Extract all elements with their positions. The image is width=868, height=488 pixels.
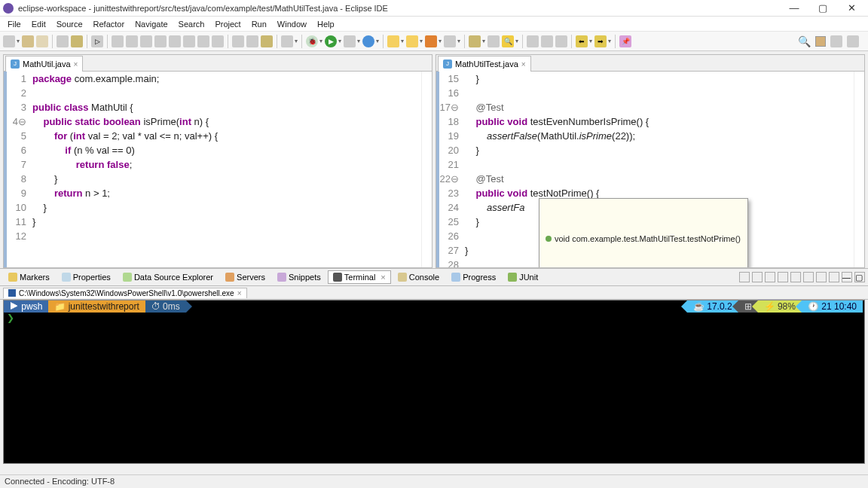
resume-button[interactable] (112, 35, 124, 47)
new-java-class-button[interactable] (387, 35, 399, 47)
junit-icon (508, 273, 517, 282)
tb-btn[interactable] (444, 35, 456, 47)
view-markers[interactable]: Markers (3, 270, 55, 284)
tb-btn[interactable] (281, 35, 293, 47)
close-icon[interactable]: × (521, 60, 526, 69)
drop-frame-button[interactable] (212, 35, 224, 47)
perspective-button[interactable] (815, 36, 826, 47)
snippets-icon (277, 273, 286, 282)
menu-search[interactable]: Search (174, 18, 209, 30)
back-button[interactable]: ⬅ (576, 35, 588, 47)
code-area-left[interactable]: 1234⊖56789101112 package com.example.mai… (4, 72, 432, 267)
tb-btn[interactable] (232, 35, 244, 47)
pin-editor-button[interactable]: 📌 (619, 35, 631, 47)
menu-edit[interactable]: Edit (27, 18, 50, 30)
view-toolbar-btn[interactable] (790, 272, 801, 282)
prompt-seg-time: ⏱ 0ms (145, 300, 186, 313)
menu-project[interactable]: Project (210, 18, 245, 30)
editor-tab-mathutil[interactable]: J MathUtil.java × (5, 56, 83, 72)
menu-window[interactable]: Window (273, 18, 311, 30)
menu-help[interactable]: Help (313, 18, 339, 30)
prompt-seg-shell: ⯈ pwsh (4, 300, 48, 313)
view-servers[interactable]: Servers (220, 270, 270, 284)
tb-btn[interactable] (71, 35, 83, 47)
view-terminal[interactable]: Terminal× (328, 270, 391, 284)
run-button[interactable]: ▶ (325, 35, 337, 47)
tab-label: MathUtilTest.java (455, 59, 518, 69)
search-button[interactable]: 🔍 (502, 35, 514, 47)
progress-icon (451, 273, 460, 282)
view-toolbar-btn[interactable] (829, 272, 839, 282)
new-button[interactable] (3, 35, 15, 47)
close-icon[interactable]: × (74, 60, 78, 69)
quick-access-icon[interactable]: 🔍 (798, 35, 811, 47)
editor-left: J MathUtil.java × 1234⊖56789101112 packa… (3, 54, 432, 268)
tb-btn[interactable] (555, 35, 567, 47)
menu-run[interactable]: Run (247, 18, 271, 30)
new-java-package-button[interactable] (406, 35, 418, 47)
view-toolbar-btn[interactable] (803, 272, 814, 282)
tb-btn[interactable] (246, 35, 258, 47)
window-title: eclipse-workspace - junittestwithreport/… (18, 4, 787, 13)
tb-btn[interactable] (425, 35, 437, 47)
terminal-tab[interactable]: C:\Windows\System32\WindowsPowerShell\v1… (3, 288, 247, 298)
menu-source[interactable]: Source (52, 18, 87, 30)
view-toolbar-btn[interactable] (765, 272, 775, 282)
open-type-button[interactable] (261, 35, 273, 47)
menu-refactor[interactable]: Refactor (89, 18, 130, 30)
tb-btn[interactable] (541, 35, 553, 47)
step-into-button[interactable] (169, 35, 181, 47)
menu-file[interactable]: File (3, 18, 26, 30)
java-perspective-button[interactable] (830, 35, 842, 47)
javadoc-tooltip: void com.example.test.MathUtilTest.testN… (539, 198, 748, 267)
suspend-button[interactable] (126, 35, 138, 47)
view-data-source[interactable]: Data Source Explorer (118, 270, 219, 284)
prompt-seg-clock: 🕐 21 10:40 (802, 300, 863, 313)
powershell-icon (8, 289, 16, 297)
views-tabbar: Markers Properties Data Source Explorer … (0, 268, 868, 286)
view-progress[interactable]: Progress (446, 270, 501, 284)
main-toolbar: ▾ ▷ ▾ 🐞▾ ▶▾ ▾ ▾ ▾ ▾ ▾ ▾ ▾ 🔍▾ ⬅▾ ➡▾ 📌 🔍 (0, 32, 868, 51)
view-console[interactable]: Console (393, 270, 445, 284)
view-toolbar-btn[interactable] (739, 272, 750, 282)
code-area-right[interactable]: 151617⊖1819202122⊖232425262728 } @Test p… (436, 72, 864, 267)
prompt-seg-java: ☕ 17.0.2 (687, 300, 738, 313)
editor-tab-mathutiltest[interactable]: J MathUtilTest.java × (438, 56, 531, 72)
properties-icon (62, 273, 71, 282)
tb-btn[interactable] (487, 35, 500, 47)
terminal-body[interactable]: ⯈ pwsh 📁 junittestwithreport ⏱ 0ms ☕ 17.… (3, 300, 865, 464)
view-properties[interactable]: Properties (57, 270, 116, 284)
disconnect-button[interactable] (154, 35, 167, 47)
status-text: Connected - Encoding: UTF-8 (5, 477, 115, 486)
minimize-button[interactable]: — (787, 2, 802, 14)
view-toolbar-btn[interactable] (778, 272, 788, 282)
maximize-view-button[interactable]: ▢ (854, 272, 865, 282)
save-all-button[interactable] (36, 35, 48, 47)
skip-breakpoints-button[interactable]: ▷ (91, 35, 103, 47)
minimize-view-button[interactable]: — (842, 272, 852, 282)
datasource-icon (123, 273, 132, 282)
maximize-button[interactable]: ▢ (815, 2, 830, 14)
close-icon[interactable]: × (237, 289, 242, 297)
close-icon[interactable]: × (381, 273, 385, 282)
coverage-button[interactable] (344, 35, 356, 47)
forward-button[interactable]: ➡ (594, 35, 607, 47)
prompt-seg-path: 📁 junittestwithreport (48, 300, 145, 313)
debug-button[interactable]: 🐞 (306, 35, 318, 47)
open-task-button[interactable] (469, 35, 481, 47)
close-button[interactable]: ✕ (844, 2, 859, 14)
view-toolbar-btn[interactable] (816, 272, 827, 282)
view-junit[interactable]: JUnit (503, 270, 543, 284)
editor-right: J MathUtilTest.java × 151617⊖1819202122⊖… (436, 54, 865, 268)
save-button[interactable] (22, 35, 34, 47)
tb-btn[interactable] (527, 35, 539, 47)
step-return-button[interactable] (197, 35, 209, 47)
view-toolbar-btn[interactable] (752, 272, 763, 282)
tb-btn[interactable] (57, 35, 69, 47)
debug-perspective-button[interactable] (847, 35, 859, 47)
step-over-button[interactable] (183, 35, 195, 47)
menu-navigate[interactable]: Navigate (130, 18, 172, 30)
view-snippets[interactable]: Snippets (272, 270, 326, 284)
external-tools-button[interactable] (362, 35, 374, 47)
terminate-button[interactable] (140, 35, 152, 47)
